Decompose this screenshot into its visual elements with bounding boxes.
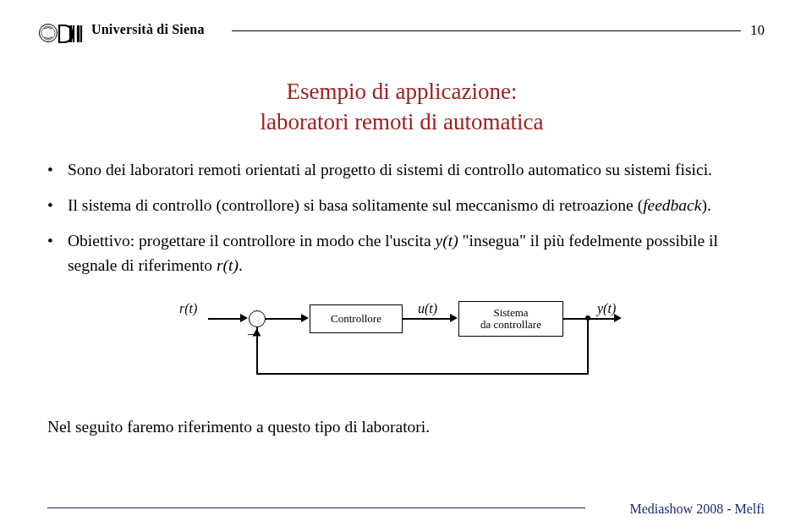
slide-body: • Sono dei laboratori remoti orientati a… [47,158,760,277]
arrow-into-controller [301,314,309,322]
bullet-2-feedback: feedback [643,196,701,214]
arrow-output [614,314,622,322]
bullet-2: • Il sistema di controllo (controllore) … [47,194,760,217]
bullet-3: • Obiettivo: progettare il controllore i… [47,229,760,277]
wire-feedback-down [587,318,589,374]
plant-block: Sistema da controllare [458,301,563,337]
plant-label-2: da controllare [480,319,541,331]
bullet-3-yt: y(t) [436,232,458,250]
slide-title: Esempio di applicazione: laboratori remo… [39,76,765,138]
conclusion-text: Nel seguito faremo riferimento a questo … [47,418,765,436]
wire-controller-to-plant [403,318,452,320]
slide-page: Università di Siena 10 Esempio di applic… [0,0,812,532]
bullet-marker: • [47,194,68,217]
bullet-1-text: Sono dei laboratori remoti orientati al … [68,158,760,182]
bullet-2-part-c: ). [701,196,710,214]
bullet-2-part-a: Il sistema di controllo (controllore) si… [68,196,643,214]
signal-u-label: u(t) [418,301,437,316]
wire-feedback-horizontal [257,373,589,375]
bullet-3-rt: r(t) [217,256,239,274]
bullet-2-text: Il sistema di controllo (controllore) si… [68,194,760,217]
signal-r-label: r(t) [179,301,197,316]
bullet-3-part-a: Obiettivo: progettare il controllore in … [68,232,436,250]
controller-label: Controllore [331,313,381,325]
header-rule [232,30,741,31]
feedback-block-diagram: r(t) − Controllore u(t) Sistema da contr… [178,289,626,399]
bullet-1: • Sono dei laboratori remoti orientati a… [47,158,760,182]
arrow-into-sum-left [240,314,248,322]
wire-sum-to-controller [266,318,303,320]
arrow-into-sum-bottom [253,328,261,336]
header-institution: Università di Siena [91,22,205,37]
arrow-into-plant [450,314,458,322]
footer-rule [47,507,585,508]
footer-text: Mediashow 2008 - Melfi [629,502,765,517]
summing-junction [249,310,266,327]
wire-r-to-sum [208,318,242,320]
signal-y-label: y(t) [597,301,616,316]
university-logo [39,17,86,49]
controller-block: Controllore [310,304,403,333]
title-line-1: Esempio di applicazione: [39,76,765,107]
bullet-marker: • [47,229,68,277]
bullet-3-text: Obiettivo: progettare il controllore in … [68,229,760,277]
bullet-3-part-e: . [239,256,243,274]
plant-label-1: Sistema [493,307,528,319]
pickoff-node [585,315,590,321]
svg-point-1 [41,26,55,40]
page-number: 10 [750,22,765,39]
bullet-marker: • [47,158,68,182]
slide-header: Università di Siena 10 [39,22,765,46]
title-line-2: laboratori remoti di automatica [39,107,765,137]
svg-point-0 [40,25,58,42]
